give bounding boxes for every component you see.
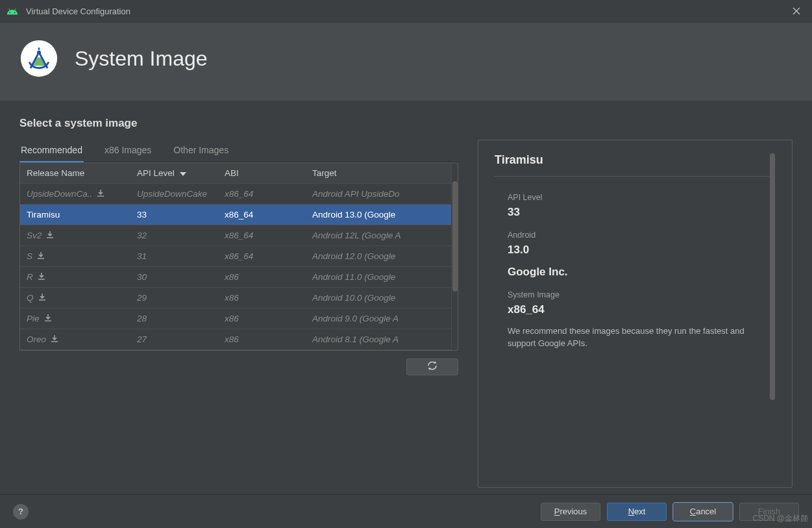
cell-api: 33 [130, 205, 218, 225]
header-band: System Image [0, 23, 812, 101]
cell-target: Android 12L (Google A [306, 225, 451, 246]
window: Virtual Device Configuration System Imag… [0, 0, 812, 528]
cell-api: 31 [130, 246, 218, 267]
cell-abi: x86 [218, 329, 306, 350]
next-button[interactable]: Next [607, 503, 667, 521]
col-api-level[interactable]: API Level [130, 163, 218, 184]
cell-target: Android API UpsideDo [306, 184, 451, 205]
cell-abi: x86_64 [218, 225, 306, 246]
detail-scrollbar-thumb[interactable] [770, 153, 775, 400]
previous-button[interactable]: Previous [541, 503, 600, 521]
cell-api: 29 [130, 288, 218, 308]
download-icon[interactable] [46, 334, 59, 344]
table-row[interactable]: R30x86Android 11.0 (Google [20, 267, 451, 288]
section-subtitle: Select a system image [19, 117, 793, 130]
window-title: Virtual Device Configuration [26, 6, 130, 16]
cell-release: Q [20, 288, 130, 308]
cell-release: R [20, 267, 130, 288]
cell-api: 32 [130, 225, 218, 246]
sort-desc-icon [177, 168, 186, 178]
cancel-button[interactable]: Cancel [673, 503, 733, 521]
download-icon[interactable] [34, 293, 47, 303]
detail-android-value: 13.0 [508, 244, 769, 257]
download-icon[interactable] [33, 272, 46, 282]
table-header-row: Release Name API Level ABI Target [20, 163, 451, 184]
detail-company: Google Inc. [508, 266, 769, 279]
android-icon [6, 6, 18, 18]
table-row[interactable]: Oreo27x86Android 8.1 (Google A [20, 329, 451, 350]
cell-target: Android 13.0 (Google [306, 205, 451, 225]
download-icon[interactable] [42, 231, 55, 240]
tabs: Recommended x86 Images Other Images [19, 140, 458, 162]
detail-api-label: API Level [508, 193, 769, 202]
cell-abi: x86 [218, 288, 306, 308]
detail-title: Tiramisu [495, 153, 769, 177]
cell-api: UpsideDownCake [130, 184, 218, 205]
detail-api-value: 33 [508, 206, 769, 219]
detail-sysimage-value: x86_64 [508, 303, 769, 316]
col-release-name[interactable]: Release Name [20, 163, 130, 184]
cell-release: Sv2 [20, 225, 130, 246]
table-row[interactable]: Pie28x86Android 9.0 (Google A [20, 308, 451, 329]
tab-recommended[interactable]: Recommended [19, 140, 84, 162]
cell-abi: x86_64 [218, 246, 306, 267]
detail-description: We recommend these images because they r… [508, 325, 769, 350]
close-button[interactable] [787, 4, 806, 19]
detail-pane: Tiramisu API Level 33 Android 13.0 Googl… [478, 140, 793, 488]
table-row[interactable]: UpsideDownCa..UpsideDownCakex86_64Androi… [20, 184, 451, 205]
cell-abi: x86_64 [218, 184, 306, 205]
titlebar: Virtual Device Configuration [0, 0, 812, 23]
footer: ? Previous Next Cancel Finish [0, 494, 812, 528]
refresh-button[interactable] [406, 358, 458, 375]
cell-abi: x86 [218, 267, 306, 288]
content: Select a system image Recommended x86 Im… [0, 101, 812, 494]
cell-target: Android 12.0 (Google [306, 246, 451, 267]
cell-release: Pie [20, 308, 130, 329]
cell-api: 27 [130, 329, 218, 350]
download-icon[interactable] [32, 251, 45, 261]
download-icon[interactable] [92, 189, 105, 199]
cell-release: Oreo [20, 329, 130, 350]
cell-api: 30 [130, 267, 218, 288]
watermark: CSDN @金林颜 [752, 513, 808, 524]
help-button[interactable]: ? [13, 504, 29, 520]
detail-scrollbar[interactable] [769, 153, 776, 474]
table-scrollbar[interactable] [451, 163, 458, 350]
page-title: System Image [75, 47, 208, 71]
cell-abi: x86 [218, 308, 306, 329]
tab-x86-images[interactable]: x86 Images [103, 140, 153, 162]
cell-api: 28 [130, 308, 218, 329]
cell-release: S [20, 246, 130, 267]
cell-target: Android 9.0 (Google A [306, 308, 451, 329]
system-image-table: Release Name API Level ABI Target Upside… [19, 162, 458, 351]
cell-release: UpsideDownCa.. [20, 184, 130, 205]
table-row[interactable]: Q29x86Android 10.0 (Google [20, 288, 451, 308]
col-abi[interactable]: ABI [218, 163, 306, 184]
table-row[interactable]: S31x86_64Android 12.0 (Google [20, 246, 451, 267]
cell-target: Android 10.0 (Google [306, 288, 451, 308]
detail-sysimage-label: System Image [508, 290, 769, 299]
tab-other-images[interactable]: Other Images [172, 140, 230, 162]
cell-target: Android 11.0 (Google [306, 267, 451, 288]
cell-abi: x86_64 [218, 205, 306, 225]
left-pane: Recommended x86 Images Other Images Rele… [19, 140, 458, 488]
refresh-icon [427, 361, 437, 373]
android-studio-logo [19, 39, 58, 78]
table-row[interactable]: Sv232x86_64Android 12L (Google A [20, 225, 451, 246]
detail-android-label: Android [508, 231, 769, 240]
cell-target: Android 8.1 (Google A [306, 329, 451, 350]
scrollbar-thumb[interactable] [452, 181, 458, 292]
download-icon[interactable] [40, 314, 53, 323]
cell-release: Tiramisu [20, 205, 130, 225]
col-target[interactable]: Target [306, 163, 451, 184]
table-row[interactable]: Tiramisu33x86_64Android 13.0 (Google [20, 205, 451, 225]
